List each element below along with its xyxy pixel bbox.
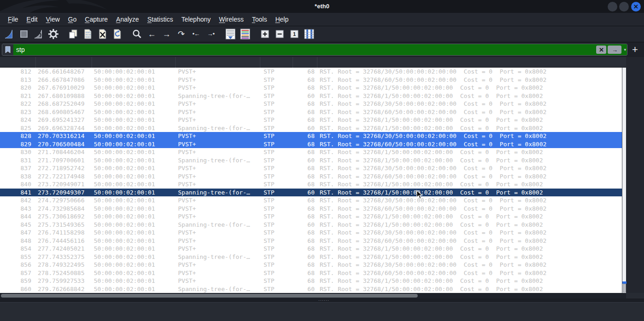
menu-item-statistics[interactable]: Statistics [143,14,177,25]
packet-row-848[interactable]: 848276.74445611650:00:00:02:00:01PVST+ST… [0,237,622,245]
resize-columns-button[interactable] [303,28,315,40]
minimize-button[interactable] [608,2,617,11]
go-forward-button[interactable]: → [161,28,172,40]
cell-protocol: STP [260,92,293,100]
menu-item-file[interactable]: File [4,14,23,25]
menu-item-telephony[interactable]: Telephony [177,14,215,25]
packet-row-855[interactable]: 855277.74335237550:00:00:02:00:01Spannin… [0,253,622,261]
packet-row-847[interactable]: 847276.74115829850:00:00:02:00:01PVST+ST… [0,229,622,237]
cell-no: 828 [0,132,36,140]
packet-row-844[interactable]: 844275.73061869250:00:00:02:00:01PVST+ST… [0,212,622,221]
stop-capture-icon [18,29,29,40]
apply-filter-button[interactable]: → [608,46,621,54]
cell-time: 272.718952742 [36,164,92,172]
wireshark-window: *eth0 ✕ FileEditViewGoCaptureAnalyzeStat… [0,0,644,321]
vertical-scrollbar-handle[interactable] [623,284,626,292]
menu-item-go[interactable]: Go [64,14,81,25]
column-header-destination[interactable] [176,57,260,68]
horizontal-scrollbar[interactable] [0,293,626,298]
menu-item-capture[interactable]: Capture [81,14,112,25]
horizontal-scrollbar-handle[interactable] [1,294,418,298]
cell-no: 820 [0,84,36,92]
cell-destination: PVST+ [176,205,260,213]
packet-row-831[interactable]: 831271.70970060150:00:00:02:00:01Spannin… [0,156,622,165]
go-to-packet-button[interactable]: ↷ [175,28,187,40]
packet-row-841[interactable]: 841273.72094930750:00:00:02:00:01Spannin… [0,189,622,197]
packet-row-820[interactable]: 820267.67691002950:00:00:02:00:01PVST+ST… [0,84,622,92]
packet-row-842[interactable]: 842274.72975066650:00:00:02:00:01PVST+ST… [0,196,622,205]
packet-row-856[interactable]: 856278.74932249550:00:00:02:00:01PVST+ST… [0,261,622,269]
packet-row-821[interactable]: 821267.68010988850:00:00:02:00:01Spannin… [0,92,622,100]
cell-no: 841 [0,189,36,197]
column-header-no[interactable] [0,57,36,68]
column-header-protocol[interactable] [260,57,293,68]
filter-input[interactable]: stp [13,44,596,55]
go-first-button[interactable]: •← [190,28,202,40]
zoom-out-button[interactable] [274,28,286,40]
display-filter-field[interactable]: stp ✕ → ▾ [2,44,627,56]
menu-item-analyze[interactable]: Analyze [112,14,143,25]
packet-row-830[interactable]: 830271.70844620450:00:00:02:00:01PVST+ST… [0,148,622,156]
menu-item-edit[interactable]: Edit [23,14,42,25]
packet-row-860[interactable]: 860279.76266884250:00:00:02:00:01Spannin… [0,285,622,293]
menu-item-tools[interactable]: Tools [248,14,271,25]
reload-file-button[interactable] [111,28,123,40]
packet-row-825[interactable]: 825269.69632874450:00:00:02:00:01Spannin… [0,124,622,132]
cell-time: 274.732985684 [36,205,92,213]
menu-item-wireless[interactable]: Wireless [215,14,248,25]
packet-row-824[interactable]: 824269.69524132750:00:00:02:00:01PVST+ST… [0,116,622,124]
start-capture-button[interactable] [3,28,15,40]
cell-source: 50:00:00:02:00:01 [92,84,176,92]
clear-filter-button[interactable]: ✕ [596,46,606,54]
vertical-scrollbar[interactable] [622,68,626,293]
packet-row-829[interactable]: 829270.70650048450:00:00:02:00:01PVST+ST… [0,140,622,149]
zoom-original-button[interactable]: 1 [288,28,300,40]
capture-options-button[interactable] [47,28,59,40]
packet-row-822[interactable]: 822268.68725204950:00:00:02:00:01PVST+ST… [0,100,622,108]
menu-item-view[interactable]: View [42,14,64,25]
go-back-button[interactable]: ← [146,28,158,40]
packet-row-857[interactable]: 857278.75245088550:00:00:02:00:01PVST+ST… [0,269,622,277]
splitter-handle-icon[interactable]: ······ [318,299,329,302]
column-header-info[interactable] [317,57,626,68]
column-header-length[interactable] [293,57,317,68]
add-filter-button[interactable]: + [632,44,638,56]
cell-info: RST. Root = 32768/1/50:00:00:02:00:00 Co… [317,245,622,253]
packet-list: 812266.66164826750:00:00:02:00:01PVST+ST… [0,68,622,293]
filter-dropdown-arrow-icon[interactable]: ▾ [624,47,626,52]
cell-time: 275.730618692 [36,212,92,221]
bookmark-icon [5,46,11,53]
packet-row-837[interactable]: 837272.71895274250:00:00:02:00:01PVST+ST… [0,164,622,172]
go-last-button[interactable]: →• [205,28,217,40]
close-button[interactable]: ✕ [631,2,641,11]
cell-length: 68 [293,229,317,237]
maximize-button[interactable] [619,2,629,11]
cell-time: 271.708446204 [36,148,92,156]
auto-scroll-button[interactable] [224,28,236,40]
cell-protocol: STP [260,196,293,205]
pane-splitter[interactable]: ······ [0,298,644,302]
packet-row-813[interactable]: 813266.66784708650:00:00:02:00:01PVST+ST… [0,76,622,84]
packet-row-845[interactable]: 845275.73154936550:00:00:02:00:01Spannin… [0,221,622,229]
column-header-time[interactable] [36,57,92,68]
packet-row-838[interactable]: 838272.72217494850:00:00:02:00:01PVST+ST… [0,172,622,181]
close-file-button[interactable] [97,28,109,40]
column-header-source[interactable] [92,57,176,68]
open-file-button[interactable] [67,28,79,40]
filter-bookmark-button[interactable] [2,44,13,55]
save-file-button[interactable]: 010101100101 [82,28,94,40]
packet-row-812[interactable]: 812266.66164826750:00:00:02:00:01PVST+ST… [0,68,622,76]
packet-row-828[interactable]: 828270.70331621450:00:00:02:00:01PVST+ST… [0,132,622,140]
stop-capture-button[interactable] [18,28,30,40]
packet-row-840[interactable]: 840273.72094907150:00:00:02:00:01PVST+ST… [0,180,622,189]
find-packet-button[interactable] [131,28,143,40]
zoom-in-button[interactable] [259,28,271,40]
packet-row-854[interactable]: 854277.74240502150:00:00:02:00:01PVST+ST… [0,245,622,253]
packet-row-859[interactable]: 859279.75992753350:00:00:02:00:01PVST+ST… [0,277,622,285]
restart-capture-button[interactable] [33,28,45,40]
packet-row-823[interactable]: 823268.69080546750:00:00:02:00:01PVST+ST… [0,108,622,116]
menu-item-help[interactable]: Help [271,14,293,25]
colorize-button[interactable] [239,28,251,40]
packet-row-843[interactable]: 843274.73298568450:00:00:02:00:01PVST+ST… [0,205,622,213]
cell-info: RST. Root = 32768/1/50:00:00:02:00:00 Co… [317,221,622,229]
